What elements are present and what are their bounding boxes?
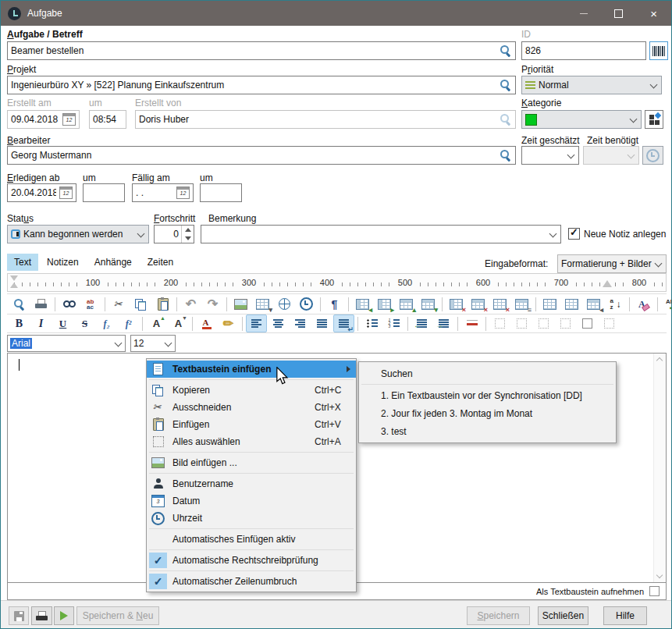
status-dropdown[interactable]: Kann begonnen werden bbox=[7, 225, 149, 243]
menu-item-benutzername[interactable]: Benutzername bbox=[147, 475, 356, 492]
submenu-item-textbaustein-3[interactable]: 3. test bbox=[359, 422, 616, 440]
faellig-am-input[interactable]: . . bbox=[132, 183, 194, 202]
tab-notizen[interactable]: Notizen bbox=[40, 254, 86, 271]
border-none-icon[interactable] bbox=[599, 314, 620, 332]
tab-zeiten[interactable]: Zeiten bbox=[140, 254, 180, 271]
search-icon[interactable] bbox=[500, 44, 512, 57]
menu-item-automatischer-zeilenumbruch[interactable]: Automatischer Zeilenumbruch bbox=[147, 573, 356, 590]
scroll-down-icon[interactable] bbox=[656, 573, 663, 579]
increase-font-icon[interactable]: A bbox=[146, 314, 167, 332]
align-justify-icon[interactable] bbox=[311, 314, 332, 332]
calendar-icon[interactable] bbox=[59, 187, 73, 199]
print-icon[interactable] bbox=[30, 295, 52, 313]
menu-item-einfuegen[interactable]: Einfügen Ctrl+V bbox=[147, 416, 356, 433]
menu-item-datum[interactable]: Datum bbox=[147, 492, 356, 510]
editor-scrollbar[interactable] bbox=[653, 354, 666, 582]
paragraph-marks-icon[interactable]: ¶ bbox=[324, 295, 345, 313]
menu-item-automatische-rechtschreibpruefung[interactable]: Automatische Rechtschreibprüfung bbox=[147, 552, 356, 569]
menu-item-alles-auswaehlen[interactable]: Alles auswählen Ctrl+A bbox=[147, 433, 356, 450]
hilfe-button[interactable]: Hilfe bbox=[603, 606, 647, 625]
print-button[interactable] bbox=[31, 606, 52, 625]
minimize-button[interactable] bbox=[566, 1, 601, 26]
align-left-icon[interactable] bbox=[246, 314, 267, 332]
barcode-button[interactable] bbox=[649, 41, 668, 60]
insert-image-icon[interactable] bbox=[230, 295, 251, 313]
submenu-item-textbaustein-1[interactable]: 1. Ein Textbaustein vor der Synchronisat… bbox=[359, 386, 616, 404]
spin-up-button[interactable] bbox=[182, 226, 194, 234]
faellig-um-input[interactable] bbox=[200, 183, 242, 202]
strikethrough-icon[interactable]: S bbox=[74, 314, 95, 332]
italic-icon[interactable]: I bbox=[30, 314, 52, 332]
cut-icon[interactable] bbox=[108, 295, 130, 313]
hanging-indent-marker[interactable] bbox=[10, 283, 18, 288]
delete-cells-icon[interactable] bbox=[489, 295, 510, 313]
border-bottom-icon[interactable] bbox=[555, 314, 576, 332]
projekt-input[interactable]: Ingenieurbüro XY » [522] Planung Einkauf… bbox=[7, 76, 516, 94]
kategorie-dropdown[interactable] bbox=[521, 110, 642, 129]
border-left-icon[interactable] bbox=[489, 314, 510, 332]
align-right-icon[interactable] bbox=[290, 314, 311, 332]
insert-row-below-icon[interactable] bbox=[418, 295, 439, 313]
spellcheck-icon[interactable] bbox=[661, 295, 672, 313]
calendar-icon[interactable] bbox=[176, 187, 190, 199]
tab-anhaenge[interactable]: Anhänge bbox=[87, 254, 139, 271]
border-box-icon[interactable] bbox=[577, 314, 598, 332]
delete-row-icon[interactable] bbox=[468, 295, 489, 313]
ruler[interactable]: 100200300400500600700800 bbox=[7, 273, 667, 292]
paste-icon[interactable] bbox=[152, 295, 173, 313]
titlebar[interactable]: Aufgabe × bbox=[1, 1, 671, 26]
insert-column-right-icon[interactable] bbox=[374, 295, 395, 313]
bearbeiter-input[interactable]: Georg Mustermann bbox=[7, 146, 516, 165]
fortschritt-spinner[interactable]: 0 bbox=[154, 225, 194, 243]
betreff-input[interactable]: Beamer bestellen bbox=[7, 41, 516, 60]
menu-item-kopieren[interactable]: Kopieren Ctrl+C bbox=[147, 382, 356, 399]
redo-icon[interactable]: ↷ bbox=[202, 295, 223, 313]
highlight-icon[interactable]: ✏ bbox=[218, 314, 239, 332]
split-cells-icon[interactable] bbox=[561, 295, 582, 313]
increase-indent-icon[interactable] bbox=[433, 314, 454, 332]
subscript-icon[interactable]: f₂ bbox=[96, 314, 117, 332]
sort-icon[interactable]: ↓ bbox=[605, 295, 626, 313]
insert-row-above-icon[interactable] bbox=[396, 295, 417, 313]
font-size-combobox[interactable]: 12 bbox=[130, 335, 176, 352]
zeit-geschaetzt-dropdown[interactable] bbox=[521, 146, 579, 165]
right-indent-marker[interactable] bbox=[603, 280, 612, 287]
horizontal-rule-icon[interactable] bbox=[461, 314, 482, 332]
als-textbaustein-checkbox[interactable] bbox=[649, 586, 660, 596]
tab-text[interactable]: Text bbox=[7, 254, 38, 271]
underline-icon[interactable]: U bbox=[52, 314, 73, 332]
superscript-icon[interactable]: f² bbox=[118, 314, 139, 332]
submenu-item-textbaustein-2[interactable]: 2. Jour fix jeden 3. Montag im Monat bbox=[359, 404, 616, 422]
border-top-icon[interactable] bbox=[533, 314, 554, 332]
erledigen-um-input[interactable] bbox=[83, 183, 125, 202]
align-center-icon[interactable] bbox=[268, 314, 289, 332]
delete-column-icon[interactable] bbox=[446, 295, 467, 313]
preview-zoom-icon[interactable] bbox=[9, 295, 30, 313]
copy-icon[interactable] bbox=[130, 295, 151, 313]
start-button[interactable] bbox=[54, 606, 74, 625]
stopwatch-button[interactable] bbox=[642, 146, 663, 165]
bold-icon[interactable]: B bbox=[9, 314, 30, 332]
merge-cells-icon[interactable] bbox=[539, 295, 560, 313]
submenu-item-suchen[interactable]: Suchen bbox=[359, 364, 616, 382]
erledigen-ab-input[interactable]: 20.04.2018 bbox=[7, 183, 76, 202]
bullet-list-icon[interactable] bbox=[361, 314, 382, 332]
font-color-icon[interactable] bbox=[196, 314, 217, 332]
menu-item-automatisches-einfuegen-aktiv[interactable]: Automatisches Einfügen aktiv bbox=[147, 531, 356, 548]
replace-icon[interactable] bbox=[80, 295, 101, 313]
menu-item-uhrzeit[interactable]: Uhrzeit bbox=[147, 510, 356, 527]
eingabeformat-dropdown[interactable]: Formatierung + Bilder bbox=[557, 254, 667, 273]
id-input[interactable]: 826 bbox=[521, 41, 646, 60]
search-icon[interactable] bbox=[500, 149, 512, 162]
insert-time-icon[interactable] bbox=[296, 295, 317, 313]
scroll-up-icon[interactable] bbox=[656, 357, 663, 363]
menu-item-ausschneiden[interactable]: Ausschneiden Ctrl+X bbox=[147, 399, 356, 416]
border-right-icon[interactable] bbox=[511, 314, 532, 332]
menu-item-textbaustein-einfuegen[interactable]: Textbaustein einfügen bbox=[147, 361, 356, 378]
decrease-indent-icon[interactable] bbox=[411, 314, 432, 332]
neue-notiz-checkbox[interactable] bbox=[568, 228, 580, 240]
bemerkung-combobox[interactable] bbox=[201, 225, 561, 243]
menu-item-bild-einfuegen[interactable]: Bild einfügen ... bbox=[147, 454, 356, 471]
font-name-combobox[interactable]: Arial bbox=[7, 335, 126, 352]
word-wrap-icon[interactable] bbox=[333, 314, 354, 332]
